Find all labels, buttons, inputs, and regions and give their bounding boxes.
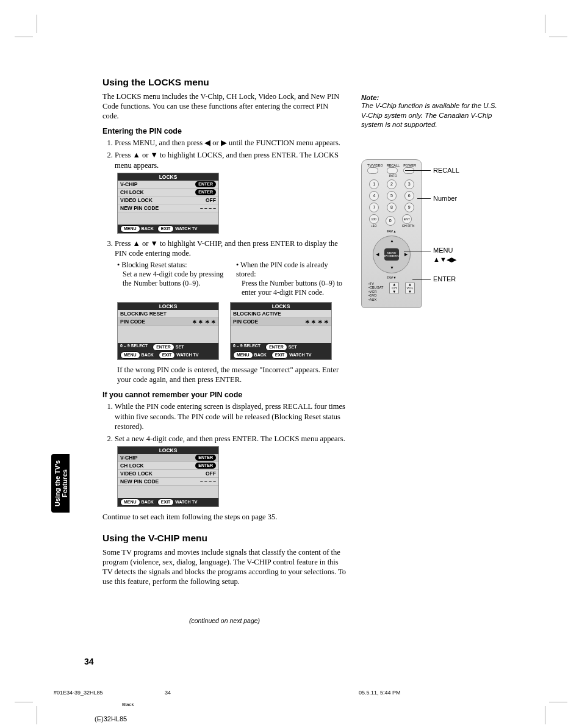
osdA-fa4b: WATCH TV	[176, 353, 198, 357]
r-num-1: 1	[369, 179, 379, 189]
r-btn-ent: ENT	[402, 214, 412, 224]
osd2-f2: EXIT	[157, 499, 174, 506]
osdA-fa2b: SET	[176, 345, 184, 349]
osdB-r1: BLOCKING ACTIVE	[233, 311, 281, 317]
section-vchip-body: Some TV programs and movies include sign…	[102, 547, 347, 586]
osd1-r4-label: NEW PIN CODE	[120, 205, 159, 211]
osdB-fa3: MENU	[233, 351, 253, 359]
pin-step-3: Press ▲ or ▼ to highlight V-CHIP, and th…	[115, 239, 347, 259]
osd2-f1: MENU	[120, 499, 140, 506]
osd1-r3-val: OFF	[206, 197, 216, 203]
r-lbl-power: POWER	[403, 164, 416, 167]
r-btn-tvvideo	[367, 167, 378, 174]
callout-recall: RECALL	[433, 167, 459, 174]
osdB-fa3b: BACK	[254, 353, 267, 357]
osd1-f1: MENU	[120, 225, 140, 232]
callout-arrows: ▲▼◀▶	[433, 256, 456, 264]
osd1-title: LOCKS	[118, 173, 218, 181]
forgot-steps: While the PIN code entering screen is di…	[102, 402, 347, 444]
r-num-0: 0	[386, 216, 395, 226]
osd2-r4-val: – – – –	[200, 478, 216, 485]
r-favdn: FAV▼	[365, 276, 418, 279]
r-center-menu: MENU DVDMENU	[384, 248, 399, 261]
osd1-f2: EXIT	[157, 225, 174, 232]
footer-model: (E)32HL85	[95, 715, 127, 723]
r-vol-rocker: ▲VOL▼	[405, 282, 415, 294]
forgot-step-1: While the PIN code entering screen is di…	[115, 402, 347, 431]
pin-step-2: Press ▲ or ▼ to highlight LOCKS, and the…	[115, 150, 347, 170]
r-btn-recall	[387, 167, 398, 174]
r-favup: FAV▲	[365, 229, 418, 233]
bullet-right-body: Press the Number buttons (0–9) to enter …	[242, 279, 347, 297]
osdA-title: LOCKS	[118, 303, 218, 310]
section-vchip-title: Using the V-CHIP menu	[102, 533, 347, 544]
osdA-fa3b: BACK	[142, 353, 154, 357]
r-num-2: 2	[387, 179, 397, 189]
r-num-8: 8	[387, 203, 397, 212]
sub-forgot-pin: If you cannot remember your PIN code	[102, 391, 347, 399]
section-locks-title: Using the LOCKS menu	[102, 77, 347, 88]
callout-enter: ENTER	[433, 275, 456, 283]
footer-right: 05.5.11, 5:44 PM	[359, 690, 401, 696]
section-locks-intro: The LOCKS menu includes the V-Chip, CH L…	[102, 92, 347, 121]
callout-number: Number	[433, 195, 457, 202]
osdB-r2: PIN CODE	[233, 319, 258, 325]
footer-mid: 34	[165, 690, 171, 696]
r-num-7: 7	[369, 203, 379, 212]
r-lbl-recall: RECALL	[387, 164, 400, 167]
r-num-6: 6	[404, 191, 414, 201]
forgot-step-2: Set a new 4-digit code, and then press E…	[115, 434, 347, 444]
osd1-r1-label: V-CHIP	[120, 181, 137, 187]
osdA-fa1: 0 – 9 SELECT	[120, 344, 148, 351]
note-body: The V-Chip function is available for the…	[361, 101, 501, 130]
osdB-fa4b: WATCH TV	[289, 353, 311, 357]
osdA-fa3: MENU	[120, 351, 140, 359]
osd2-title: LOCKS	[118, 447, 218, 454]
r-ch-rocker: ▲CH▼	[389, 282, 399, 294]
osd1-f2b: WATCH TV	[175, 226, 197, 231]
osdA-r2v: ∗ ∗ ∗ ∗	[192, 319, 216, 325]
osdB-title: LOCKS	[231, 303, 331, 310]
osd2-r1-label: V-CHIP	[120, 455, 137, 461]
osd2-f2b: WATCH TV	[175, 500, 197, 504]
r-dpad: ▲ ▼ ◀ ▶ MENU DVDMENU	[373, 236, 411, 273]
osd1-r3-label: VIDEO LOCK	[120, 197, 153, 203]
r-side-modes: •TV•CBL/SAT•VCR•DVD•AUX	[368, 282, 383, 302]
remote: TV/VIDEO RECALLINFO POWER 123 456 789 10…	[361, 159, 422, 308]
osd2-r3-label: VIDEO LOCK	[120, 470, 153, 477]
r-lbl-10: +10	[369, 224, 379, 228]
side-tab: Using the TV's Features	[51, 454, 70, 513]
osd-locks-1: LOCKS V-CHIPENTER CH LOCKENTER VIDEO LOC…	[117, 173, 219, 234]
wrong-pin-note: If the wrong PIN code is entered, the me…	[117, 365, 347, 384]
osd-blocking-reset: LOCKS BLOCKING RESET PIN CODE∗ ∗ ∗ ∗ 0 –…	[117, 302, 219, 360]
osdB-fa4: EXIT	[271, 351, 289, 359]
bullet-left-head: Blocking Reset status:	[117, 261, 228, 270]
osd2-r1-val: ENTER	[195, 455, 216, 461]
callout-menu: MENU	[433, 247, 453, 254]
osd2-r2-val: ENTER	[195, 463, 216, 469]
r-num-3: 3	[404, 179, 414, 189]
crop-mark-br	[538, 695, 556, 713]
osd2-r3-val: OFF	[206, 470, 216, 477]
osd1-r2-label: CH LOCK	[120, 189, 144, 195]
r-num-5: 5	[387, 191, 397, 201]
pin-steps: Press MENU, and then press ◀ or ▶ until …	[102, 138, 347, 170]
r-num-4: 4	[369, 191, 379, 201]
continued-note: (continued on next page)	[102, 617, 347, 624]
osd1-r2-val: ENTER	[195, 189, 216, 195]
osd-blocking-active: LOCKS BLOCKING ACTIVE PIN CODE∗ ∗ ∗ ∗ 0 …	[230, 302, 332, 360]
osdA-r2: PIN CODE	[120, 319, 145, 325]
r-lbl-info: INFO	[387, 174, 400, 178]
osd1-r4-val: – – – –	[200, 205, 216, 211]
osdB-fa2: ENTER	[265, 344, 287, 351]
osdB-fa1: 0 – 9 SELECT	[233, 344, 260, 351]
r-lbl-chrtn: CH RTN	[402, 224, 415, 228]
pin-step-1: Press MENU, and then press ◀ or ▶ until …	[115, 138, 347, 148]
osd2-r2-label: CH LOCK	[120, 463, 144, 469]
r-num-9: 9	[404, 203, 414, 212]
crop-mark-bl	[26, 695, 44, 713]
osdA-fa2: ENTER	[153, 344, 174, 351]
remote-diagram: TV/VIDEO RECALLINFO POWER 123 456 789 10…	[361, 159, 498, 308]
crop-mark-tr	[538, 26, 556, 44]
osd1-r1-val: ENTER	[195, 181, 216, 187]
